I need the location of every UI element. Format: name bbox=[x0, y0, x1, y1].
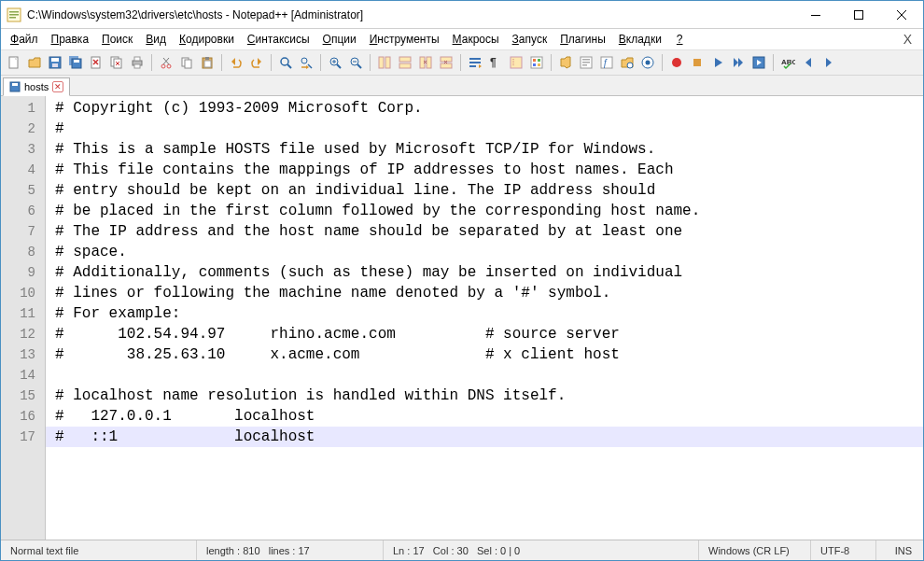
code-line[interactable]: # Copyright (c) 1993-2009 Microsoft Corp… bbox=[55, 98, 923, 119]
monitoring-icon[interactable] bbox=[638, 53, 657, 72]
close-all-icon[interactable] bbox=[107, 53, 126, 72]
status-ins[interactable]: INS bbox=[876, 540, 923, 560]
open-file-icon[interactable] bbox=[25, 53, 44, 72]
close-file-icon[interactable] bbox=[87, 53, 105, 72]
line-number: 9 bbox=[1, 262, 45, 283]
svg-rect-15 bbox=[74, 60, 79, 63]
menu-view[interactable]: Вид bbox=[140, 31, 172, 48]
print-icon[interactable] bbox=[128, 53, 147, 72]
sync-v-icon[interactable] bbox=[375, 53, 394, 72]
tab-close-icon[interactable]: ✕ bbox=[52, 81, 63, 92]
sync-h-icon[interactable] bbox=[396, 53, 414, 72]
replace-icon[interactable] bbox=[297, 53, 315, 72]
record-macro-icon[interactable] bbox=[667, 53, 686, 72]
code-line[interactable]: # bbox=[55, 119, 923, 139]
code-line[interactable]: # lines or following the machine name de… bbox=[55, 283, 923, 303]
window-title: C:\Windows\system32\drivers\etc\hosts - … bbox=[27, 8, 363, 21]
folder-workspace-icon[interactable] bbox=[618, 53, 637, 72]
user-lang-icon[interactable] bbox=[527, 53, 546, 72]
stop-macro-icon[interactable] bbox=[688, 53, 707, 72]
menu-language[interactable]: Синтаксисы bbox=[242, 31, 315, 48]
zoom-out-icon[interactable] bbox=[346, 53, 365, 72]
editor-area[interactable]: 1234567891011121314151617 # Copyright (c… bbox=[1, 96, 923, 540]
spellcheck-next-icon[interactable] bbox=[819, 53, 838, 72]
window-frame: C:\Windows\system32\drivers\etc\hosts - … bbox=[0, 0, 924, 561]
sync-scroll-h-icon[interactable] bbox=[437, 53, 455, 72]
sync-scroll-v-icon[interactable] bbox=[416, 53, 435, 72]
code-line[interactable]: # 127.0.0.1 localhost bbox=[55, 406, 923, 427]
code-line[interactable]: # space. bbox=[55, 242, 923, 262]
undo-icon[interactable] bbox=[227, 53, 245, 72]
line-number: 14 bbox=[1, 365, 45, 386]
show-all-chars-icon[interactable]: ¶ bbox=[486, 53, 505, 72]
word-wrap-icon[interactable] bbox=[466, 53, 484, 72]
new-file-icon[interactable] bbox=[5, 53, 23, 72]
line-number: 7 bbox=[1, 221, 45, 242]
redo-icon[interactable] bbox=[247, 53, 266, 72]
line-number: 13 bbox=[1, 344, 45, 365]
play-macro-icon[interactable] bbox=[708, 53, 727, 72]
save-macro-icon[interactable] bbox=[749, 53, 768, 72]
menu-search[interactable]: Поиск bbox=[96, 31, 138, 48]
svg-text:¶: ¶ bbox=[490, 56, 497, 69]
code-line[interactable]: # 38.25.63.10 x.acme.com # x client host bbox=[55, 344, 923, 365]
function-list-icon[interactable]: ƒ bbox=[597, 53, 616, 72]
code-line[interactable]: # 102.54.94.97 rhino.acme.com # source s… bbox=[55, 324, 923, 344]
doc-map-icon[interactable] bbox=[556, 53, 575, 72]
line-number: 4 bbox=[1, 160, 45, 180]
svg-point-27 bbox=[167, 64, 171, 68]
svg-rect-1 bbox=[9, 11, 19, 13]
code-line[interactable]: # entry should be kept on an individual … bbox=[55, 180, 923, 201]
close-button[interactable] bbox=[880, 1, 923, 29]
code-line[interactable]: # be placed in the first column followed… bbox=[55, 201, 923, 221]
zoom-in-icon[interactable] bbox=[326, 53, 344, 72]
svg-rect-54 bbox=[441, 57, 452, 62]
status-encoding[interactable]: UTF-8 bbox=[811, 540, 876, 560]
svg-marker-86 bbox=[826, 58, 832, 67]
code-line[interactable]: # localhost name resolution is handled w… bbox=[55, 386, 923, 406]
toolbar: ¶ ƒ ABC bbox=[1, 49, 923, 76]
menu-plugins[interactable]: Плагины bbox=[554, 31, 611, 48]
code-line[interactable]: # Additionally, comments (such as these)… bbox=[55, 262, 923, 283]
cut-icon[interactable] bbox=[157, 53, 175, 72]
svg-rect-2 bbox=[9, 14, 19, 16]
menu-close-x[interactable]: X bbox=[896, 32, 919, 47]
maximize-button[interactable] bbox=[837, 1, 880, 29]
copy-icon[interactable] bbox=[177, 53, 196, 72]
code-line[interactable]: # This is a sample HOSTS file used by Mi… bbox=[55, 139, 923, 160]
menu-tools[interactable]: Инструменты bbox=[364, 31, 445, 48]
line-number: 2 bbox=[1, 119, 45, 139]
menu-macro[interactable]: Макросы bbox=[447, 31, 505, 48]
save-all-icon[interactable] bbox=[66, 53, 85, 72]
menu-window[interactable]: Вкладки bbox=[613, 31, 667, 48]
code-line[interactable]: # ::1 localhost bbox=[55, 427, 923, 447]
menu-help[interactable]: ? bbox=[671, 31, 689, 48]
svg-rect-25 bbox=[134, 64, 140, 68]
status-eol[interactable]: Windows (CR LF) bbox=[699, 540, 811, 560]
svg-point-76 bbox=[646, 61, 651, 65]
code-line[interactable]: # The IP address and the host name shoul… bbox=[55, 221, 923, 242]
indent-guide-icon[interactable] bbox=[507, 53, 525, 72]
minimize-button[interactable] bbox=[794, 1, 837, 29]
doc-list-icon[interactable] bbox=[577, 53, 595, 72]
spellcheck-prev-icon[interactable] bbox=[799, 53, 818, 72]
menu-file[interactable]: Файл bbox=[5, 31, 44, 48]
paste-icon[interactable] bbox=[198, 53, 217, 72]
menu-settings[interactable]: Опции bbox=[317, 31, 362, 48]
play-multi-icon[interactable] bbox=[729, 53, 748, 72]
code-line[interactable]: # For example: bbox=[55, 303, 923, 324]
menu-edit[interactable]: Правка bbox=[46, 31, 95, 48]
save-icon[interactable] bbox=[46, 53, 64, 72]
tab-hosts[interactable]: hosts ✕ bbox=[3, 77, 70, 96]
menu-encoding[interactable]: Кодировки bbox=[174, 31, 240, 48]
find-icon[interactable] bbox=[276, 53, 295, 72]
line-number-gutter: 1234567891011121314151617 bbox=[1, 96, 46, 540]
menu-run[interactable]: Запуск bbox=[507, 31, 553, 48]
line-number: 8 bbox=[1, 242, 45, 262]
svg-point-74 bbox=[627, 63, 633, 68]
spellcheck-icon[interactable]: ABC bbox=[778, 53, 797, 72]
code-line[interactable] bbox=[55, 365, 923, 386]
code-line[interactable]: # This file contains the mappings of IP … bbox=[55, 160, 923, 180]
code-content[interactable]: # Copyright (c) 1993-2009 Microsoft Corp… bbox=[46, 96, 923, 447]
svg-rect-61 bbox=[511, 57, 522, 68]
